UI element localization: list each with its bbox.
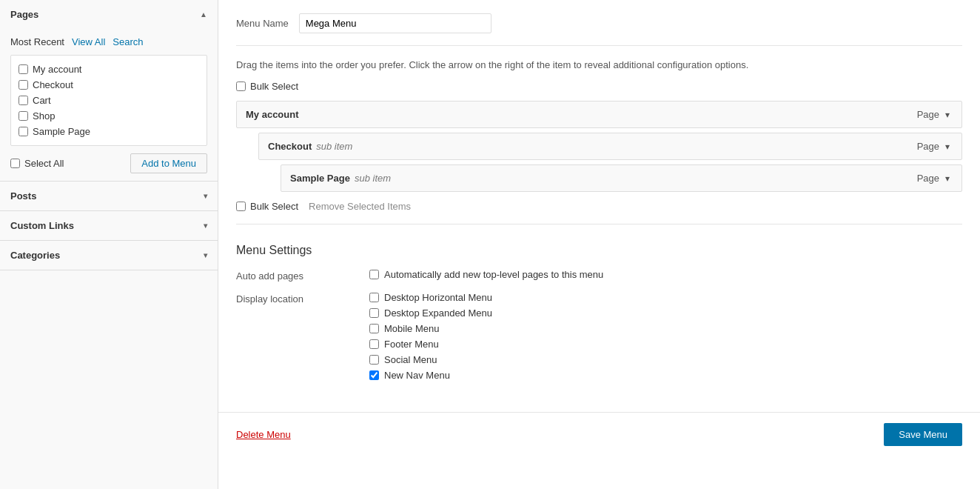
page-item-cart: Cart: [19, 93, 199, 108]
remove-selected-button[interactable]: Remove Selected Items: [309, 201, 411, 212]
page-item-my-account: My account: [19, 61, 199, 77]
page-item-sample-page: Sample Page: [19, 124, 199, 139]
menu-item-sample-page: Sample Page sub item Page ▾: [281, 164, 962, 192]
settings-auto-add-label: Auto add pages: [236, 269, 369, 282]
chevron-down-icon-categories: ▾: [204, 251, 207, 259]
menu-name-row: Menu Name: [236, 13, 962, 46]
bulk-select-top-label: Bulk Select: [250, 81, 298, 92]
main-inner: Menu Name Drag the items into the order …: [218, 0, 980, 405]
settings-display-location: Display location Desktop Horizontal Menu…: [236, 292, 962, 381]
auto-add-pages-text: Automatically add new top-level pages to…: [384, 269, 603, 280]
location-desktop-expanded-label: Desktop Expanded Menu: [384, 307, 492, 319]
page-checkbox-my-account[interactable]: [19, 64, 28, 74]
location-new-nav-checkbox[interactable]: [369, 370, 379, 380]
menu-name-input[interactable]: [299, 13, 491, 33]
chevron-down-icon-links: ▾: [204, 222, 207, 230]
pages-section-body: Most Recent View All Search My account C…: [0, 29, 218, 181]
location-footer-checkbox[interactable]: [369, 339, 379, 349]
page-label-my-account: My account: [33, 64, 81, 75]
menu-item-sample-page-expand[interactable]: ▾: [942, 173, 953, 184]
page-label-cart: Cart: [33, 95, 51, 106]
location-desktop-horizontal-checkbox[interactable]: [369, 293, 379, 302]
delete-menu-button[interactable]: Delete Menu: [236, 429, 291, 440]
sidebar-categories-label: Categories: [10, 250, 60, 261]
sidebar-posts-section: Posts ▾: [0, 182, 218, 211]
menu-item-my-account-expand[interactable]: ▾: [942, 110, 953, 120]
chevron-up-icon: ▲: [200, 10, 207, 19]
page-checkbox-checkout[interactable]: [19, 80, 28, 90]
bulk-select-bottom-checkbox[interactable]: [236, 202, 246, 211]
menu-item-my-account-type-label: Page: [917, 109, 939, 120]
location-social[interactable]: Social Menu: [369, 354, 492, 365]
location-social-label: Social Menu: [384, 354, 437, 365]
menu-item-checkout-expand[interactable]: ▾: [942, 142, 953, 152]
page-label-sample-page: Sample Page: [33, 126, 90, 137]
bulk-select-top: Bulk Select: [236, 81, 962, 92]
menu-settings-title: Menu Settings: [236, 244, 962, 257]
select-all-text: Select All: [24, 158, 64, 169]
menu-item-my-account: My account Page ▾: [236, 101, 962, 128]
add-to-menu-button[interactable]: Add to Menu: [130, 153, 207, 173]
menu-item-my-account-type: Page ▾: [917, 109, 953, 120]
select-all-row: Select All Add to Menu: [10, 153, 207, 173]
bulk-select-top-checkbox[interactable]: [236, 82, 246, 91]
menu-name-label: Menu Name: [236, 18, 289, 29]
location-mobile-label: Mobile Menu: [384, 323, 439, 334]
select-all-checkbox[interactable]: [10, 159, 20, 168]
location-desktop-expanded[interactable]: Desktop Expanded Menu: [369, 307, 492, 319]
location-desktop-horizontal-label: Desktop Horizontal Menu: [384, 292, 492, 303]
tab-most-recent[interactable]: Most Recent: [10, 36, 64, 47]
location-footer[interactable]: Footer Menu: [369, 339, 492, 350]
instruction-text: Drag the items into the order you prefer…: [236, 59, 962, 70]
menu-settings: Menu Settings Auto add pages Automatical…: [236, 238, 962, 381]
sidebar-pages-header[interactable]: Pages ▲: [0, 0, 218, 29]
sidebar-custom-links-label: Custom Links: [10, 220, 74, 231]
menu-item-sample-page-title: Sample Page: [290, 173, 350, 184]
bottom-bar: Delete Menu Save Menu: [218, 412, 980, 456]
location-desktop-expanded-checkbox[interactable]: [369, 308, 379, 318]
sidebar: Pages ▲ Most Recent View All Search My a…: [0, 0, 218, 489]
save-menu-button[interactable]: Save Menu: [884, 423, 962, 446]
menu-item-checkout-sub-tag: sub item: [316, 141, 352, 152]
settings-auto-add-content: Automatically add new top-level pages to…: [369, 269, 603, 282]
location-new-nav[interactable]: New Nav Menu: [369, 370, 492, 381]
sidebar-pages-label: Pages: [10, 9, 38, 20]
location-mobile-checkbox[interactable]: [369, 324, 379, 333]
page-checkbox-shop[interactable]: [19, 111, 28, 121]
auto-add-pages-checkbox[interactable]: [369, 270, 379, 279]
menu-item-sample-page-type-label: Page: [917, 173, 939, 184]
main-content: Menu Name Drag the items into the order …: [218, 0, 980, 489]
settings-auto-add-pages: Auto add pages Automatically add new top…: [236, 269, 962, 282]
select-all-label[interactable]: Select All: [10, 158, 64, 169]
location-mobile[interactable]: Mobile Menu: [369, 323, 492, 334]
location-social-checkbox[interactable]: [369, 355, 379, 365]
tab-view-all[interactable]: View All: [72, 36, 105, 47]
menu-item-my-account-title: My account: [246, 109, 917, 120]
tab-search[interactable]: Search: [113, 36, 143, 47]
location-desktop-horizontal[interactable]: Desktop Horizontal Menu: [369, 292, 492, 303]
menu-items-list: My account Page ▾ Checkout sub item Page…: [236, 101, 962, 192]
sidebar-custom-links-header[interactable]: Custom Links ▾: [0, 211, 218, 240]
sidebar-custom-links-section: Custom Links ▾: [0, 211, 218, 241]
sidebar-posts-label: Posts: [10, 190, 36, 202]
page-label-shop: Shop: [33, 110, 55, 122]
page-checkbox-sample-page[interactable]: [19, 127, 28, 136]
sidebar-posts-header[interactable]: Posts ▾: [0, 182, 218, 210]
menu-item-checkout-title: Checkout: [268, 141, 312, 152]
sidebar-pages-section: Pages ▲ Most Recent View All Search My a…: [0, 0, 218, 182]
settings-auto-add-option[interactable]: Automatically add new top-level pages to…: [369, 269, 603, 280]
location-footer-label: Footer Menu: [384, 339, 439, 350]
menu-item-sample-page-type: Page ▾: [917, 173, 953, 184]
page-checkbox-cart[interactable]: [19, 96, 28, 105]
chevron-down-icon-posts: ▾: [204, 192, 207, 200]
menu-item-checkout: Checkout sub item Page ▾: [258, 133, 962, 160]
settings-locations-list: Desktop Horizontal Menu Desktop Expanded…: [369, 292, 492, 381]
page-item-shop: Shop: [19, 108, 199, 124]
sidebar-categories-header[interactable]: Categories ▾: [0, 241, 218, 270]
page-item-checkout: Checkout: [19, 77, 199, 93]
page-list: My account Checkout Cart Shop Sample Pag…: [10, 55, 207, 146]
bulk-select-bottom-label: Bulk Select: [250, 201, 298, 212]
page-label-checkout: Checkout: [33, 79, 73, 90]
settings-display-location-label: Display location: [236, 292, 369, 381]
bulk-select-bottom: Bulk Select Remove Selected Items: [236, 201, 962, 224]
